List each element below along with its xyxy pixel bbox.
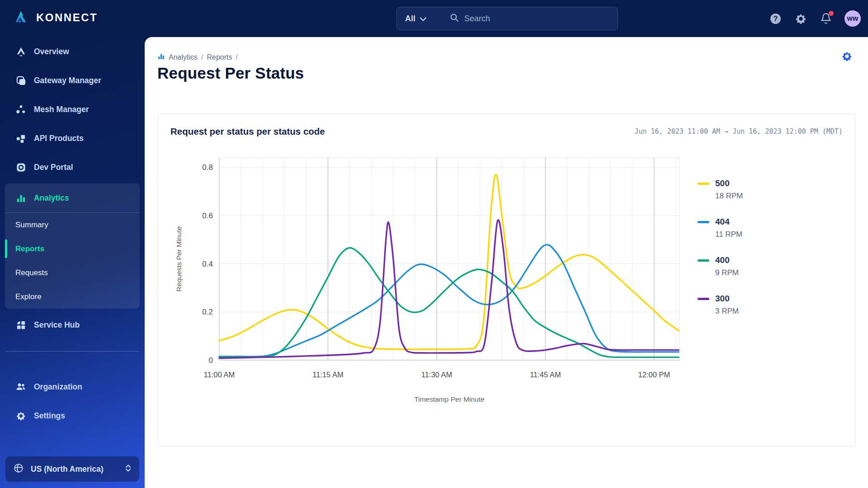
breadcrumb-link-analytics[interactable]: Analytics bbox=[169, 53, 198, 61]
sidebar-item-label: Analytics bbox=[34, 193, 69, 203]
svg-text:0.4: 0.4 bbox=[202, 260, 213, 268]
user-avatar[interactable]: ww bbox=[844, 10, 861, 27]
sidebar-item-organization[interactable]: Organization bbox=[0, 372, 145, 401]
search-scope-dropdown[interactable]: All bbox=[405, 14, 426, 23]
legend-label: 404 bbox=[715, 217, 730, 227]
legend-item-404[interactable]: 404 11 RPM bbox=[698, 217, 828, 239]
sidebar-item-mesh-manager[interactable]: Mesh Manager bbox=[0, 95, 145, 124]
sidebar-item-label: Gateway Manager bbox=[34, 76, 101, 85]
main-content: Analytics / Reports / Request Per Status… bbox=[145, 37, 868, 488]
svg-text:11:15 AM: 11:15 AM bbox=[312, 371, 344, 379]
sidebar-divider bbox=[5, 351, 139, 352]
legend-item-500[interactable]: 500 18 RPM bbox=[698, 178, 828, 201]
stacked-squares-icon bbox=[15, 75, 26, 86]
bar-chart-icon bbox=[15, 192, 26, 203]
brand-logo[interactable]: KONNECT bbox=[13, 8, 98, 27]
legend-label: 500 bbox=[715, 178, 730, 188]
sidebar-item-label: Mesh Manager bbox=[34, 105, 89, 114]
sidebar-subitem-reports[interactable]: Reports bbox=[5, 237, 140, 261]
help-button[interactable]: ? bbox=[769, 12, 782, 25]
brand-name: KONNECT bbox=[36, 11, 98, 24]
svg-text:0.8: 0.8 bbox=[202, 163, 213, 172]
legend-swatch-400 bbox=[698, 259, 709, 262]
svg-text:12:00 PM: 12:00 PM bbox=[638, 371, 670, 379]
legend-value: 3 RPM bbox=[715, 307, 828, 316]
people-icon bbox=[15, 381, 26, 392]
svg-text:11:00 AM: 11:00 AM bbox=[204, 371, 235, 379]
legend-swatch-404 bbox=[698, 221, 709, 223]
line-chart[interactable]: 00.20.40.60.811:00 AM11:15 AM11:30 AM11:… bbox=[166, 150, 686, 408]
global-search[interactable]: All bbox=[396, 7, 618, 30]
legend-item-300[interactable]: 300 3 RPM bbox=[698, 294, 828, 316]
legend-swatch-500 bbox=[698, 183, 709, 185]
legend-item-400[interactable]: 400 9 RPM bbox=[698, 255, 828, 277]
chart-legend: 500 18 RPM 404 11 RPM 400 9 RPM 300 3 RP… bbox=[686, 150, 828, 408]
search-scope-label: All bbox=[405, 14, 415, 23]
sidebar-item-label: Settings bbox=[34, 411, 65, 421]
svg-text:11:45 AM: 11:45 AM bbox=[530, 371, 561, 379]
svg-text:?: ? bbox=[773, 15, 778, 23]
chart-title: Request per status per status code bbox=[170, 126, 325, 137]
sidebar-item-api-products[interactable]: API Products bbox=[0, 124, 145, 153]
konnect-logo-icon bbox=[13, 8, 30, 27]
notifications-bell-button[interactable] bbox=[819, 12, 833, 25]
sidebar-item-overview[interactable]: Overview bbox=[0, 37, 145, 66]
breadcrumb-separator: / bbox=[201, 53, 203, 61]
sidebar-item-label: API Products bbox=[34, 134, 84, 143]
breadcrumb-separator: / bbox=[236, 53, 238, 61]
sidebar-subitem-requests[interactable]: Requests bbox=[5, 261, 140, 285]
blocks-icon bbox=[15, 133, 26, 144]
notification-badge bbox=[829, 11, 834, 16]
breadcrumb-link-reports[interactable]: Reports bbox=[207, 53, 232, 61]
subitem-label: Summary bbox=[15, 221, 48, 230]
globe-icon bbox=[14, 463, 24, 475]
portal-icon bbox=[15, 162, 26, 173]
breadcrumb-analytics-icon bbox=[157, 52, 165, 62]
sidebar-item-service-hub[interactable]: Service Hub bbox=[0, 310, 145, 339]
svg-text:0.6: 0.6 bbox=[202, 211, 213, 220]
region-selector[interactable]: US (North America) bbox=[5, 456, 139, 482]
svg-text:Requests Per Minute: Requests Per Minute bbox=[175, 226, 183, 292]
sidebar-item-dev-portal[interactable]: Dev Portal bbox=[0, 153, 145, 182]
settings-gear-button[interactable] bbox=[794, 12, 807, 25]
gear-icon bbox=[15, 410, 26, 421]
sidebar-item-analytics[interactable]: Analytics bbox=[5, 183, 140, 212]
updown-chevrons-icon bbox=[125, 464, 131, 474]
legend-value: 11 RPM bbox=[715, 230, 828, 239]
search-input[interactable] bbox=[464, 14, 609, 23]
subitem-label: Reports bbox=[15, 244, 44, 253]
sidebar-analytics-group: Analytics Summary Reports Requests Explo… bbox=[5, 183, 140, 309]
overview-knot-icon bbox=[15, 46, 26, 57]
svg-text:Timestamp Per Minute: Timestamp Per Minute bbox=[414, 395, 484, 403]
legend-label: 300 bbox=[715, 294, 730, 304]
svg-text:11:30 AM: 11:30 AM bbox=[421, 371, 453, 379]
legend-value: 9 RPM bbox=[715, 268, 828, 277]
legend-swatch-300 bbox=[698, 298, 709, 300]
sidebar-item-settings[interactable]: Settings bbox=[0, 401, 145, 430]
sidebar-subitem-explore[interactable]: Explore bbox=[5, 285, 140, 309]
sidebar-item-label: Service Hub bbox=[34, 320, 80, 330]
sidebar-item-label: Overview bbox=[34, 47, 69, 56]
sidebar-subitem-summary[interactable]: Summary bbox=[5, 213, 140, 237]
legend-value: 18 RPM bbox=[715, 192, 828, 201]
legend-label: 400 bbox=[715, 255, 730, 265]
chevron-down-icon bbox=[420, 14, 426, 23]
search-icon bbox=[450, 13, 459, 24]
svg-text:0: 0 bbox=[209, 356, 213, 365]
mesh-dots-icon bbox=[15, 104, 26, 115]
svg-text:0.2: 0.2 bbox=[202, 308, 213, 316]
topbar: KONNECT All ? ww bbox=[0, 0, 868, 37]
region-label: US (North America) bbox=[31, 465, 104, 474]
grid-icon bbox=[15, 319, 26, 330]
report-settings-gear-button[interactable] bbox=[841, 51, 853, 64]
sidebar: Overview Gateway Manager Mesh Manager AP… bbox=[0, 37, 145, 488]
page-title: Request Per Status bbox=[157, 64, 304, 82]
breadcrumb: Analytics / Reports / bbox=[157, 52, 238, 62]
sidebar-item-gateway-manager[interactable]: Gateway Manager bbox=[0, 66, 145, 95]
sidebar-item-label: Dev Portal bbox=[34, 163, 73, 172]
subitem-label: Explore bbox=[15, 292, 42, 301]
sidebar-item-label: Organization bbox=[34, 382, 82, 392]
report-card: Request per status per status code Jun 1… bbox=[157, 114, 856, 446]
subitem-label: Requests bbox=[15, 268, 48, 277]
time-range-label: Jun 16, 2023 11:00 AM → Jun 16, 2023 12:… bbox=[634, 127, 843, 136]
